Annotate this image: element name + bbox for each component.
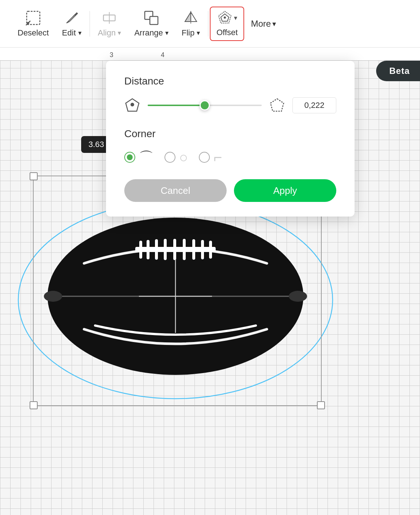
flip-button[interactable]: Flip ▾ — [175, 6, 207, 41]
corner-square-radio[interactable] — [164, 152, 175, 163]
deselect-icon — [25, 10, 41, 26]
distance-large-icon — [269, 97, 285, 113]
edit-chevron: ▾ — [78, 29, 82, 37]
divider-2 — [208, 11, 208, 37]
align-label: Align ▾ — [98, 28, 121, 38]
align-button[interactable]: Align ▾ — [91, 6, 128, 41]
corner-square-option[interactable]: ○ — [164, 150, 188, 165]
ruler-mark-4: 4 — [161, 51, 212, 59]
corner-row: ⌒ ○ ⌐ — [124, 150, 336, 165]
handle-bl[interactable] — [30, 401, 38, 409]
flip-icon — [183, 10, 199, 26]
align-icon — [101, 10, 117, 26]
ruler-mark-3: 3 — [110, 51, 161, 59]
deselect-button[interactable]: Deselect — [11, 6, 56, 41]
distance-small-icon — [124, 97, 140, 113]
handle-line-right — [321, 268, 322, 313]
corner-round-shape: ⌒ — [139, 150, 154, 165]
offset-label: Offset — [216, 28, 238, 37]
slider-track — [148, 105, 262, 106]
cancel-button[interactable]: Cancel — [124, 179, 227, 202]
more-label: More — [251, 19, 271, 29]
handle-line-left — [33, 268, 34, 313]
apply-button[interactable]: Apply — [234, 179, 336, 202]
svg-point-9 — [224, 16, 226, 19]
edit-button[interactable]: Edit ▾ — [56, 6, 88, 41]
beta-badge: Beta — [376, 61, 420, 81]
offset-chevron: ▾ — [234, 14, 237, 22]
distance-row — [124, 97, 336, 113]
arrange-icon — [143, 10, 159, 26]
distance-slider[interactable] — [148, 102, 262, 109]
canvas-area: 3 4 Beta Distance — [0, 48, 420, 515]
ruler-top: 3 4 — [0, 48, 420, 61]
handle-br[interactable] — [317, 401, 325, 409]
offset-button[interactable]: ▾ Offset — [210, 7, 244, 41]
svg-point-10 — [130, 103, 134, 106]
align-chevron: ▾ — [118, 29, 121, 37]
edit-label: Edit ▾ — [62, 28, 82, 38]
flip-chevron: ▾ — [197, 29, 200, 37]
slider-thumb[interactable] — [200, 100, 210, 110]
handle-tl[interactable] — [30, 172, 38, 180]
distance-input[interactable] — [292, 97, 336, 113]
more-chevron: ▾ — [272, 19, 276, 28]
offset-icon: ▾ — [217, 10, 237, 26]
arrange-label: Arrange ▾ — [134, 28, 168, 38]
edit-icon — [64, 10, 80, 26]
corner-round-option[interactable]: ⌒ — [124, 150, 154, 165]
more-button[interactable]: More ▾ — [244, 15, 283, 33]
corner-title: Corner — [124, 128, 336, 140]
arrange-chevron: ▾ — [165, 29, 169, 37]
buttons-row: Cancel Apply — [124, 179, 336, 202]
corner-bevel-option[interactable]: ⌐ — [199, 150, 222, 165]
flip-label: Flip ▾ — [182, 28, 200, 38]
divider-1 — [90, 11, 90, 37]
offset-panel: Distance — [106, 61, 355, 217]
slider-fill — [148, 105, 205, 106]
corner-bevel-radio[interactable] — [199, 152, 210, 163]
svg-rect-7 — [150, 16, 158, 25]
toolbar: Deselect Edit ▾ Align ▾ — [0, 0, 420, 48]
distance-title: Distance — [124, 75, 336, 87]
corner-round-radio[interactable] — [124, 152, 135, 163]
corner-round-radio-inner — [127, 154, 133, 160]
corner-bevel-shape: ⌐ — [213, 150, 222, 165]
arrange-button[interactable]: Arrange ▾ — [128, 6, 175, 41]
svg-point-2 — [27, 22, 29, 24]
deselect-label: Deselect — [18, 28, 49, 38]
corner-square-shape: ○ — [179, 150, 188, 165]
